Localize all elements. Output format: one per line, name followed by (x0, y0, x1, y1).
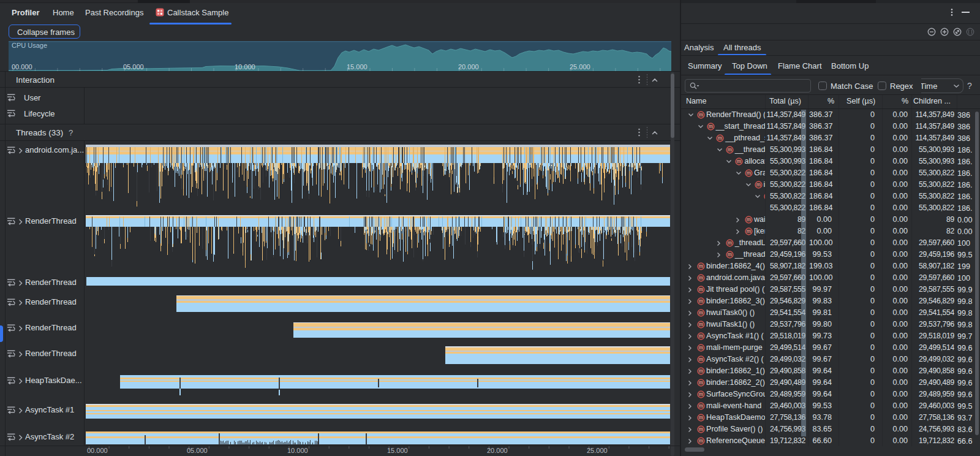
svg-text:m: m (699, 264, 703, 269)
svg-text:m: m (699, 403, 703, 409)
svg-text:m: m (747, 217, 751, 222)
svg-text:m: m (699, 345, 703, 351)
svg-text:m: m (728, 240, 732, 246)
svg-text:m: m (699, 112, 703, 118)
svg-text:m: m (699, 427, 703, 432)
svg-text:m: m (737, 159, 741, 164)
svg-text:m: m (699, 287, 703, 292)
svg-text:m: m (699, 415, 703, 420)
svg-text:m: m (708, 124, 712, 129)
svg-text:m: m (699, 310, 703, 316)
svg-text:m: m (728, 147, 732, 153)
svg-text:m: m (699, 380, 703, 386)
svg-text:m: m (747, 229, 751, 234)
svg-text:m: m (699, 368, 703, 374)
svg-text:m: m (699, 275, 703, 281)
svg-text:m: m (728, 252, 732, 257)
svg-text:m: m (699, 357, 703, 362)
svg-text:m: m (699, 298, 703, 304)
svg-text:m: m (699, 392, 703, 397)
svg-text:m: m (756, 182, 760, 188)
svg-text:m: m (699, 333, 703, 339)
svg-text:m: m (699, 322, 703, 327)
svg-text:m: m (747, 170, 751, 176)
svg-text:m: m (718, 135, 722, 141)
svg-text:m: m (699, 438, 703, 444)
